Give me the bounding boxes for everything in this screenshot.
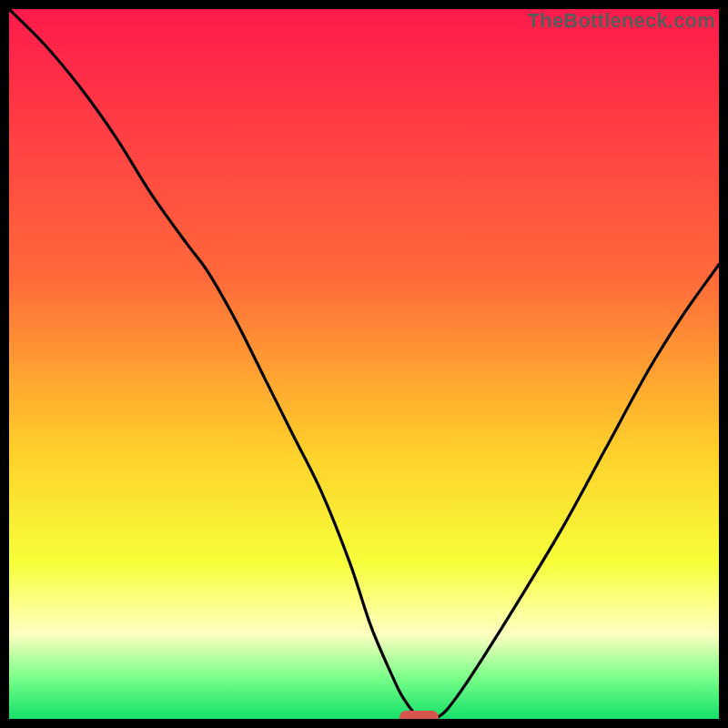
optimal-marker (399, 711, 439, 719)
chart-frame: TheBottleneck.com (0, 0, 728, 728)
plot-area (9, 9, 719, 719)
curve-path (9, 9, 719, 719)
watermark-text: TheBottleneck.com (528, 9, 715, 33)
bottleneck-curve (9, 9, 719, 719)
